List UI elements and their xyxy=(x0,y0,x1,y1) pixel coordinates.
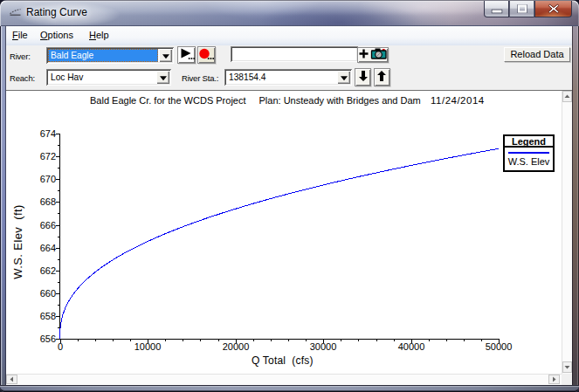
svg-text:656: 656 xyxy=(40,334,56,344)
svg-text:Q Total (cfs): Q Total (cfs) xyxy=(252,354,314,367)
svg-text:674: 674 xyxy=(40,128,56,139)
svg-text:668: 668 xyxy=(40,196,56,207)
svg-text:666: 666 xyxy=(40,220,56,230)
svg-text:670: 670 xyxy=(40,174,56,184)
svg-text:11/24/2014: 11/24/2014 xyxy=(431,95,485,106)
svg-text:Plan: Unsteady with Bridges an: Plan: Unsteady with Bridges and Dam xyxy=(259,95,421,106)
svg-text:W.S. Elev (ft): W.S. Elev (ft) xyxy=(11,204,24,279)
svg-text:0: 0 xyxy=(58,341,63,352)
svg-text:Bald Eagle Cr. for the WCDS Pr: Bald Eagle Cr. for the WCDS Project xyxy=(90,95,246,106)
svg-text:658: 658 xyxy=(40,311,56,321)
svg-text:10000: 10000 xyxy=(134,341,162,352)
svg-text:660: 660 xyxy=(40,288,56,299)
svg-text:30000: 30000 xyxy=(310,341,337,352)
svg-text:50000: 50000 xyxy=(486,341,513,352)
svg-text:20000: 20000 xyxy=(223,341,250,352)
svg-text:664: 664 xyxy=(40,243,56,253)
svg-text:40000: 40000 xyxy=(398,341,425,352)
svg-text:672: 672 xyxy=(40,151,56,162)
svg-text:662: 662 xyxy=(40,265,56,276)
